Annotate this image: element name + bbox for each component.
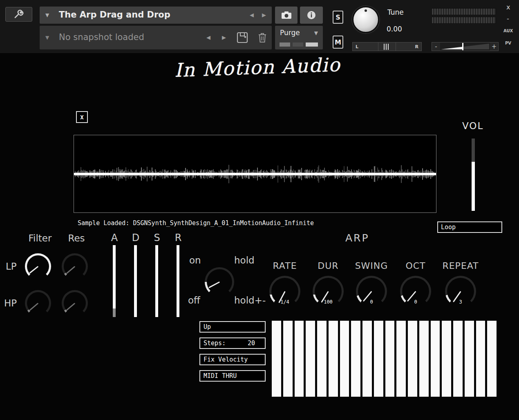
arp-step-bar[interactable] bbox=[419, 321, 429, 397]
window-minimize-button[interactable]: - bbox=[507, 15, 509, 22]
arp-step-bar[interactable] bbox=[351, 321, 360, 397]
arp-step-bar[interactable] bbox=[442, 321, 451, 397]
swing-value: 0 bbox=[356, 299, 387, 305]
rate-label: RATE bbox=[260, 261, 309, 271]
pv-button[interactable]: PV bbox=[505, 41, 511, 45]
repeat-knob[interactable]: 3 bbox=[445, 276, 476, 307]
window-close-button[interactable]: x bbox=[506, 3, 510, 11]
tune-knob-indicator bbox=[365, 9, 367, 12]
arp-step-bar[interactable] bbox=[431, 321, 440, 397]
instrument-title-bar[interactable]: ▼ The Arp Drag and Drop ◀ ▶ bbox=[40, 7, 272, 24]
arp-direction-menu[interactable]: Up bbox=[199, 321, 266, 333]
tune-knob[interactable] bbox=[352, 6, 379, 33]
lp-res-knob[interactable] bbox=[62, 253, 88, 279]
snapshot-bar[interactable]: ▼ No snapshot loaded ◀ ▶ bbox=[40, 26, 272, 49]
dur-knob[interactable]: 100 bbox=[313, 276, 344, 307]
rate-knob[interactable]: 1/4 bbox=[269, 276, 300, 307]
arp-step-bar[interactable] bbox=[408, 321, 417, 397]
arp-step-bar[interactable] bbox=[396, 321, 406, 397]
sample-volume-slider[interactable] bbox=[472, 139, 475, 211]
volume-handle[interactable] bbox=[462, 43, 463, 50]
pan-handle[interactable] bbox=[384, 44, 390, 50]
loop-menu[interactable]: Loop bbox=[437, 221, 502, 233]
oct-knob[interactable]: 0 bbox=[400, 276, 431, 307]
purge-panel[interactable]: Purge ▼ bbox=[275, 26, 323, 49]
pan-divider bbox=[396, 42, 396, 51]
prev-instrument-icon[interactable]: ◀ bbox=[250, 12, 254, 18]
trash-icon bbox=[258, 32, 267, 43]
arp-step-bar[interactable] bbox=[272, 321, 281, 397]
attack-slider[interactable] bbox=[113, 245, 116, 317]
prev-snapshot-icon[interactable]: ◀ bbox=[206, 34, 210, 40]
volume-wedge bbox=[441, 43, 489, 50]
arp-velocity-menu[interactable]: Fix Velocity bbox=[199, 354, 266, 365]
hp-cutoff-knob[interactable] bbox=[25, 290, 51, 316]
swing-knob[interactable]: 0 bbox=[356, 276, 387, 307]
chevron-down-icon[interactable]: ▼ bbox=[45, 35, 49, 40]
tune-label: Tune bbox=[387, 8, 404, 16]
volume-minus-button[interactable]: - bbox=[432, 42, 440, 51]
decay-label: D bbox=[130, 232, 142, 244]
rate-value: 1/4 bbox=[269, 299, 300, 305]
pan-slider[interactable]: L R bbox=[352, 42, 422, 51]
steps-label: Steps: bbox=[204, 340, 226, 347]
arp-step-bar[interactable] bbox=[283, 321, 293, 397]
arp-hold-plus-minus-label[interactable]: hold+- bbox=[234, 295, 266, 306]
save-snapshot-button[interactable] bbox=[235, 30, 250, 45]
mute-button[interactable]: M bbox=[333, 36, 343, 49]
arp-step-bar[interactable] bbox=[385, 321, 395, 397]
arp-step-bar[interactable] bbox=[295, 321, 304, 397]
memory-bar bbox=[293, 42, 303, 47]
chevron-down-icon[interactable]: ▼ bbox=[45, 12, 49, 18]
arp-step-bar[interactable] bbox=[362, 321, 372, 397]
arp-step-bar[interactable] bbox=[340, 321, 349, 397]
snapshot-name: No snapshot loaded bbox=[59, 32, 144, 42]
lp-cutoff-knob[interactable] bbox=[25, 253, 51, 279]
next-instrument-icon[interactable]: ▶ bbox=[262, 12, 266, 18]
volume-track[interactable] bbox=[440, 42, 490, 51]
arp-mode-knob[interactable] bbox=[205, 267, 234, 297]
clear-sample-button[interactable]: X bbox=[76, 111, 88, 123]
arp-step-bar[interactable] bbox=[453, 321, 463, 397]
release-slider[interactable] bbox=[177, 245, 179, 317]
sample-volume-label: VOL bbox=[462, 121, 483, 131]
arp-step-sequencer[interactable] bbox=[272, 321, 497, 397]
volume-plus-button[interactable]: + bbox=[490, 42, 498, 51]
waveform-display[interactable] bbox=[74, 135, 436, 213]
repeat-value: 3 bbox=[445, 299, 476, 305]
sample-status-text: Sample Loaded: DSGNSynth_SynthDesign_A_0… bbox=[78, 219, 314, 227]
arp-on-label[interactable]: on bbox=[189, 255, 201, 266]
memory-bar bbox=[306, 42, 318, 47]
info-button[interactable] bbox=[300, 7, 323, 24]
sustain-slider[interactable] bbox=[155, 245, 158, 317]
swing-label: SWING bbox=[347, 261, 396, 271]
oct-value: 0 bbox=[400, 299, 431, 305]
arp-midi-thru-menu[interactable]: MIDI THRU bbox=[199, 370, 266, 382]
delete-snapshot-button[interactable] bbox=[255, 31, 269, 45]
output-volume-slider[interactable]: - + bbox=[432, 42, 499, 51]
snapshot-camera-button[interactable] bbox=[275, 7, 298, 24]
arp-step-bar[interactable] bbox=[465, 321, 474, 397]
hp-res-knob[interactable] bbox=[62, 290, 88, 316]
pan-divider bbox=[378, 42, 378, 51]
sustain-label: S bbox=[151, 232, 163, 244]
attack-label: A bbox=[108, 232, 121, 244]
next-snapshot-icon[interactable]: ▶ bbox=[222, 34, 226, 40]
arp-step-bar[interactable] bbox=[329, 321, 338, 397]
decay-slider[interactable] bbox=[134, 245, 137, 317]
solo-button[interactable]: S bbox=[333, 11, 343, 24]
purge-label: Purge bbox=[280, 29, 300, 37]
arp-step-bar[interactable] bbox=[374, 321, 383, 397]
aux-button[interactable]: AUX bbox=[503, 29, 513, 33]
arp-step-bar[interactable] bbox=[317, 321, 327, 397]
arp-step-bar[interactable] bbox=[487, 321, 497, 397]
arp-steps-menu[interactable]: Steps: 20 bbox=[199, 337, 266, 349]
dur-label: DUR bbox=[304, 261, 353, 271]
purge-dropdown-icon[interactable]: ▼ bbox=[314, 30, 318, 36]
arp-hold-label[interactable]: hold bbox=[234, 255, 255, 266]
kontakt-header: ▼ The Arp Drag and Drop ◀ ▶ ▼ No snapsho… bbox=[0, 0, 519, 53]
arp-step-bar[interactable] bbox=[476, 321, 485, 397]
arp-step-bar[interactable] bbox=[306, 321, 315, 397]
arp-off-label[interactable]: off bbox=[188, 295, 200, 306]
wrench-button[interactable] bbox=[5, 7, 32, 22]
